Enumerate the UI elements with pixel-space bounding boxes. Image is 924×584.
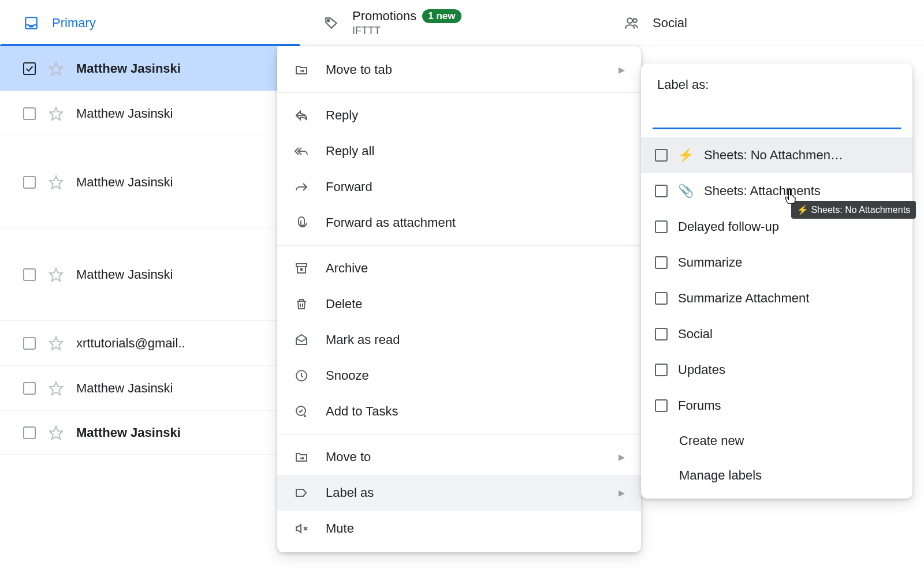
row-checkbox[interactable] [23,337,36,350]
label-checkbox[interactable] [655,220,668,233]
label-checkbox[interactable] [655,364,668,376]
reply-all-icon [293,143,310,159]
folder-arrow-icon [293,62,310,78]
star-icon[interactable] [49,61,64,76]
mail-open-icon [293,332,310,348]
label-item[interactable]: Social [641,316,912,352]
chevron-right-icon: ▸ [619,485,625,500]
context-menu: Move to tab ▸ Reply Reply all Forward Fo… [277,46,641,552]
menu-mark-read[interactable]: Mark as read [277,322,641,358]
menu-label-as[interactable]: Label as ▸ [277,475,641,511]
label-search-input[interactable] [653,104,901,129]
cursor-pointer-icon [784,188,798,204]
star-icon[interactable] [49,175,64,190]
label-checkbox[interactable] [655,399,668,412]
email-row[interactable]: Matthew Jasinski [0,411,277,455]
label-item[interactable]: Summarize Attachment [641,280,912,316]
email-sender: Matthew Jasinski [76,106,173,121]
label-item[interactable]: Summarize [641,245,912,280]
svg-marker-5 [50,107,62,120]
email-list: Matthew Jasinski Matthew Jasinski Matthe… [0,46,277,455]
folder-icon [293,449,310,465]
menu-reply[interactable]: Reply [277,98,641,133]
mute-icon [293,521,310,537]
menu-add-tasks[interactable]: Add to Tasks [277,394,641,429]
label-checkbox[interactable] [655,256,668,269]
star-icon[interactable] [49,336,64,351]
svg-point-2 [627,18,632,23]
svg-rect-11 [296,264,307,267]
tab-social-label: Social [653,16,687,31]
row-checkbox[interactable] [23,62,36,75]
email-row[interactable]: Matthew Jasinski [0,366,277,411]
label-submenu: Label as: ⚡Sheets: No Attachmen…📎Sheets:… [641,63,912,499]
inbox-tabs: Primary Promotions 1 new IFTTT Social [0,0,924,46]
tooltip: ⚡ Sheets: No Attachments [791,201,916,219]
label-text: Delayed follow-up [678,219,779,234]
label-create-new[interactable]: Create new [641,424,912,458]
email-row[interactable]: Matthew Jasinski [0,136,277,229]
row-checkbox[interactable] [23,268,36,281]
label-item[interactable]: Updates [641,352,912,388]
menu-reply-all[interactable]: Reply all [277,133,641,169]
star-icon[interactable] [49,267,64,282]
svg-point-1 [327,20,329,21]
label-item[interactable]: ⚡Sheets: No Attachmen… [641,137,912,173]
chevron-right-icon: ▸ [619,62,625,77]
label-manage[interactable]: Manage labels [641,458,912,493]
svg-marker-7 [50,268,62,281]
tab-promotions[interactable]: Promotions 1 new IFTTT [300,0,601,46]
add-task-icon [293,403,310,420]
label-checkbox[interactable] [655,149,668,162]
email-row[interactable]: Matthew Jasinski [0,46,277,91]
email-sender: xrttutorials@gmail.. [76,336,185,351]
email-row[interactable]: Matthew Jasinski [0,91,277,136]
row-checkbox[interactable] [23,176,36,189]
label-text: Updates [678,362,725,377]
archive-icon [293,260,310,276]
tab-social[interactable]: Social [601,0,924,46]
email-row[interactable]: Matthew Jasinski [0,229,277,321]
svg-point-3 [633,18,637,23]
promotions-badge: 1 new [422,9,461,23]
svg-marker-6 [50,176,62,189]
menu-move-to[interactable]: Move to ▸ [277,439,641,475]
lightning-icon: ⚡ [678,148,694,163]
label-item[interactable]: Forums [641,388,912,424]
label-checkbox[interactable] [655,185,668,197]
row-checkbox[interactable] [23,107,36,120]
tag-icon [323,15,340,31]
tab-primary[interactable]: Primary [0,0,300,46]
star-icon[interactable] [49,425,64,440]
star-icon[interactable] [49,106,64,121]
email-sender: Matthew Jasinski [76,61,181,76]
row-checkbox[interactable] [23,426,36,439]
menu-archive[interactable]: Archive [277,250,641,286]
menu-forward[interactable]: Forward [277,169,641,205]
label-checkbox[interactable] [655,292,668,305]
svg-marker-8 [50,337,62,350]
clock-icon [293,368,310,384]
label-list: ⚡Sheets: No Attachmen…📎Sheets: Attachmen… [641,137,912,424]
attachment-icon [293,215,310,231]
svg-marker-9 [50,382,62,395]
menu-move-to-tab[interactable]: Move to tab ▸ [277,52,641,88]
menu-forward-attachment[interactable]: Forward as attachment [277,205,641,241]
row-checkbox[interactable] [23,382,36,395]
svg-marker-10 [50,426,62,439]
email-sender: Matthew Jasinski [76,175,173,190]
email-sender: Matthew Jasinski [76,267,173,282]
email-row[interactable]: xrttutorials@gmail.. [0,321,277,366]
email-sender: Matthew Jasinski [76,381,173,396]
menu-mute[interactable]: Mute [277,511,641,546]
label-checkbox[interactable] [655,328,668,340]
tab-promotions-sub: IFTTT [352,25,461,38]
email-sender: Matthew Jasinski [76,425,181,440]
star-icon[interactable] [49,381,64,396]
people-icon [624,15,640,31]
menu-snooze[interactable]: Snooze [277,358,641,394]
trash-icon [293,296,310,312]
reply-icon [293,107,310,123]
inbox-icon [23,15,39,31]
menu-delete[interactable]: Delete [277,286,641,322]
